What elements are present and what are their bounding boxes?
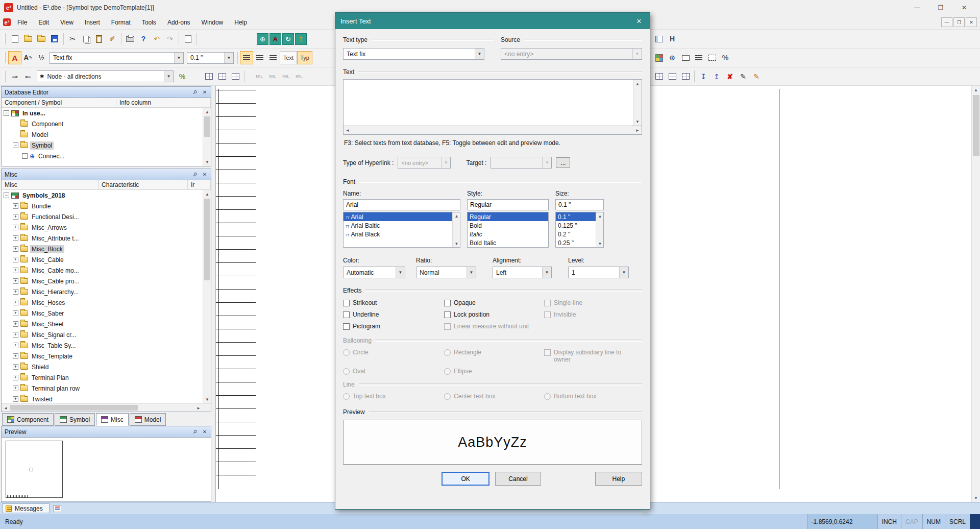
align-center-button[interactable] — [253, 51, 266, 64]
mdi-restore-button[interactable]: ❐ — [953, 17, 965, 27]
expand-plus-icon[interactable] — [13, 268, 18, 273]
expand-plus-icon[interactable] — [13, 214, 18, 220]
checkbox-icon[interactable] — [343, 300, 350, 306]
font-name-list[interactable]: Arial Arial Baltic Arial Black ▲ ▼ — [343, 212, 460, 248]
chevron-down-icon[interactable]: ▼ — [467, 267, 476, 278]
tree-item[interactable]: In use... — [2, 108, 211, 118]
text-style-combo[interactable]: Text fix ▼ — [50, 52, 184, 64]
mdi-close-button[interactable]: ✕ — [966, 17, 977, 27]
expand-plus-icon[interactable] — [13, 235, 18, 241]
copy-button[interactable] — [79, 32, 92, 45]
format-painter-button[interactable]: ✐ — [106, 32, 119, 45]
export-button[interactable]: ↧ — [697, 70, 710, 83]
list-item[interactable]: Arial Black — [344, 230, 460, 238]
tree-item[interactable]: Bundle — [2, 201, 211, 211]
close-icon[interactable]: ✕ — [201, 428, 209, 436]
scroll-right-icon[interactable]: ► — [194, 404, 203, 412]
horizontal-scrollbar[interactable]: ◄ ► — [2, 403, 211, 412]
list-item-selected[interactable]: Arial — [344, 212, 460, 221]
scroll-down-icon[interactable]: ▼ — [453, 240, 460, 247]
close-icon[interactable]: ✕ — [201, 88, 209, 96]
paste-button[interactable] — [92, 32, 106, 45]
menu-file[interactable]: File — [12, 16, 33, 29]
expand-plus-icon[interactable] — [13, 321, 18, 327]
status-unit[interactable]: INCH — [877, 514, 901, 529]
pin-icon[interactable]: ⚲ — [189, 87, 201, 98]
tab-model[interactable]: Model — [130, 413, 166, 426]
list-item[interactable]: Italic — [468, 230, 548, 238]
table-add-row-button[interactable] — [652, 70, 666, 83]
text-vertical-scrollbar[interactable]: ▲ ▼ — [633, 80, 642, 126]
menu-view[interactable]: View — [55, 16, 79, 29]
import-button[interactable]: ↥ — [710, 70, 723, 83]
scroll-up-icon[interactable]: ▲ — [972, 86, 980, 94]
tree-item[interactable]: Misc_Hoses — [2, 297, 211, 308]
column-header[interactable]: Misc — [2, 180, 99, 189]
tree-item[interactable]: ⊕ Connec... — [2, 151, 211, 161]
scroll-up-icon[interactable]: ▲ — [633, 80, 642, 88]
menu-window[interactable]: Window — [196, 16, 229, 29]
text-horizontal-scrollbar[interactable]: ◄ ► — [343, 126, 642, 135]
checkbox-icon[interactable] — [444, 311, 451, 318]
ok-button[interactable]: OK — [442, 472, 489, 486]
alignment-combo[interactable]: Left ▼ — [493, 267, 552, 278]
column-header[interactable]: Ir — [188, 180, 211, 189]
column-header[interactable]: Characteristic — [99, 180, 188, 189]
chevron-down-icon[interactable]: ▼ — [224, 53, 233, 63]
node-left-button[interactable]: ⊸ — [8, 70, 21, 83]
ratio-combo[interactable]: Normal ▼ — [416, 267, 476, 278]
font-size-input[interactable] — [555, 199, 604, 210]
mil-button-2[interactable]: MIL — [266, 71, 279, 82]
cancel-button[interactable]: Cancel — [495, 472, 541, 486]
toolbar-grip[interactable] — [4, 52, 6, 63]
insert-text-button[interactable]: A — [270, 33, 281, 45]
scroll-down-icon[interactable]: ▼ — [633, 117, 642, 126]
expand-plus-icon[interactable] — [13, 300, 18, 305]
text-size-combo[interactable]: 0.1 " ▼ — [187, 52, 234, 64]
pictogram-checkbox[interactable]: Pictogram — [343, 323, 444, 330]
scroll-down-icon[interactable]: ▼ — [596, 240, 604, 247]
messages-tab[interactable]: Messages — [2, 503, 50, 513]
list-item[interactable]: Bold Italic — [468, 238, 548, 247]
toolbar-grip[interactable] — [4, 71, 6, 82]
insert-node-button[interactable]: ⊕ — [257, 33, 268, 45]
insert-pin-button[interactable]: ↥ — [295, 33, 307, 45]
restore-button[interactable]: ❐ — [929, 1, 952, 15]
chevron-down-icon[interactable]: ▼ — [619, 267, 628, 278]
dashed-rect-button[interactable] — [705, 51, 719, 64]
rectangle-button[interactable] — [679, 51, 692, 64]
font-style-list[interactable]: Regular Bold Italic Bold Italic — [467, 212, 549, 248]
help-button[interactable]: Help — [595, 472, 642, 486]
mil-button-3[interactable]: MIL — [279, 71, 292, 82]
print-button[interactable] — [124, 32, 137, 45]
dialog-close-icon[interactable]: ✕ — [633, 15, 645, 27]
typ-mode-toggle[interactable]: Typ — [297, 51, 312, 64]
new-file-button[interactable] — [8, 32, 21, 45]
tab-misc[interactable]: Misc — [96, 413, 129, 426]
sheet-button[interactable] — [181, 32, 194, 45]
undo-button[interactable]: ↶ — [150, 32, 163, 45]
scroll-left-icon[interactable]: ◄ — [2, 404, 10, 412]
menu-addons[interactable]: Add-ons — [162, 16, 196, 29]
rotate-button[interactable]: ↻ — [282, 33, 294, 45]
mil-button-1[interactable]: MIL — [253, 71, 266, 82]
vertical-scrollbar[interactable]: ▲ ▼ — [596, 212, 603, 247]
dialog-titlebar[interactable]: Insert Text ✕ — [335, 13, 650, 29]
font-style-input[interactable] — [467, 199, 549, 210]
vertical-scrollbar[interactable]: ▲ ▼ — [452, 212, 460, 247]
tree-item[interactable]: Misc_Signal cr... — [2, 329, 211, 340]
palette-button[interactable] — [652, 51, 666, 64]
chevron-down-icon[interactable]: ▼ — [174, 53, 183, 63]
node-mode-combo[interactable]: ✱ Node - all directions ▼ — [37, 70, 174, 82]
expand-plus-icon[interactable] — [13, 278, 18, 284]
table-columns-button[interactable] — [652, 32, 666, 45]
messages-window-icon[interactable] — [54, 505, 61, 512]
menu-format[interactable]: Format — [106, 16, 136, 29]
tree-item[interactable]: Terminal plan row — [2, 383, 211, 394]
text-mode-toggle[interactable]: Text — [280, 51, 297, 64]
checkbox-icon[interactable] — [343, 311, 350, 318]
dialog-resize-grip[interactable] — [642, 510, 649, 516]
color-combo[interactable]: Automatic ▼ — [343, 267, 405, 278]
tree-item[interactable]: Misc_Cable — [2, 254, 211, 265]
font-name-input[interactable] — [343, 199, 460, 210]
